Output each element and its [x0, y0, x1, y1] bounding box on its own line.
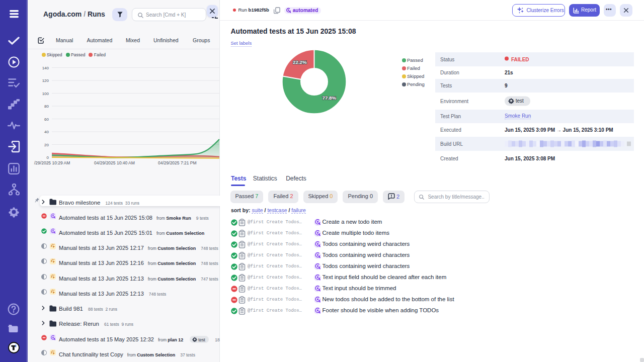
- svg-text:77.8%: 77.8%: [322, 95, 336, 101]
- svg-text:100: 100: [42, 92, 49, 96]
- svg-text:140: 140: [42, 66, 49, 70]
- svg-text:04/29/2025 10:40 AM: 04/29/2025 10:40 AM: [94, 160, 135, 165]
- svg-text:80: 80: [44, 104, 49, 109]
- svg-text:20: 20: [44, 143, 49, 147]
- svg-text:/29/2025 10:29 AM: /29/2025 10:29 AM: [34, 160, 70, 165]
- svg-text:04/29/2025 7:21 PM: 04/29/2025 7:21 PM: [158, 160, 197, 165]
- svg-text:120: 120: [42, 78, 49, 83]
- svg-text:40: 40: [44, 130, 49, 134]
- svg-text:60: 60: [44, 117, 49, 122]
- svg-text:22.2%: 22.2%: [293, 59, 307, 65]
- svg-text:0: 0: [47, 155, 49, 160]
